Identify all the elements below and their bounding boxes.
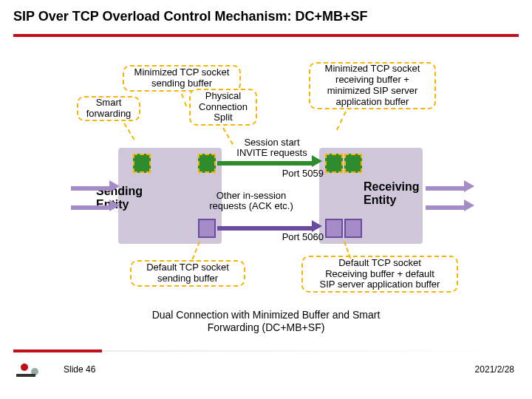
callout-smart-forwarding: Smartforwarding bbox=[77, 96, 140, 121]
footer-logo bbox=[16, 364, 46, 377]
arrowhead-out-bot bbox=[464, 200, 474, 211]
logo-bar bbox=[16, 374, 35, 377]
socket-recv-left-top-b bbox=[344, 154, 362, 173]
callout-default-recv-buffer: Default TCP socketReceiving buffer + def… bbox=[301, 256, 458, 293]
slide-number: Slide 46 bbox=[64, 364, 95, 375]
callout-min-recv-buffer: Minimized TCP socketreceiving buffer +mi… bbox=[309, 62, 436, 109]
arrowhead-in-top bbox=[109, 180, 120, 192]
socket-recv-left-top-a bbox=[325, 154, 343, 173]
arrow-in-bot bbox=[71, 205, 111, 210]
slide-date: 2021/2/28 bbox=[475, 364, 514, 375]
callout-physical-connection-split: PhysicalConnectionSplit bbox=[189, 89, 257, 126]
arrow-port-5060 bbox=[217, 226, 313, 231]
callout-min-send-buffer: Minimized TCP socketsending buffer bbox=[123, 65, 241, 92]
receiving-entity-label: ReceivingEntity bbox=[364, 180, 420, 206]
arrowhead-out-top bbox=[464, 180, 474, 192]
socket-send-inner-top bbox=[133, 154, 151, 173]
title-rule bbox=[13, 34, 519, 37]
socket-recv-left-bot-a bbox=[325, 219, 343, 238]
socket-send-right-top bbox=[198, 154, 216, 173]
arrow-out-top bbox=[426, 186, 466, 191]
socket-send-right-bot bbox=[198, 219, 216, 238]
arrow-out-bot bbox=[426, 205, 466, 210]
label-port-5060: Port 5060 bbox=[265, 232, 324, 242]
leader-min-recv bbox=[336, 112, 347, 131]
socket-recv-left-bot-b bbox=[344, 219, 362, 238]
arrow-port-5059 bbox=[217, 161, 313, 166]
arrow-in-top bbox=[71, 186, 111, 191]
leader-smart-fwd bbox=[123, 123, 134, 140]
leader-min-send bbox=[181, 94, 187, 107]
footer-rule bbox=[13, 350, 519, 352]
logo-dot-red bbox=[21, 364, 28, 371]
diagram-caption: Dual Connection with Minimized Buffer an… bbox=[0, 309, 532, 334]
callout-default-send-buffer: Default TCP socketsending buffer bbox=[130, 260, 245, 287]
arrowhead-port-5060 bbox=[312, 220, 322, 232]
label-session-start: Session startINVITE requests bbox=[220, 137, 324, 159]
label-in-session: Other in-sessionrequests (ACK etc.) bbox=[177, 191, 325, 212]
arrowhead-in-bot bbox=[109, 200, 120, 211]
label-port-5059: Port 5059 bbox=[265, 168, 324, 179]
slide-title: SIP Over TCP Overload Control Mechanism:… bbox=[13, 9, 367, 24]
leader-def-send bbox=[191, 242, 200, 260]
